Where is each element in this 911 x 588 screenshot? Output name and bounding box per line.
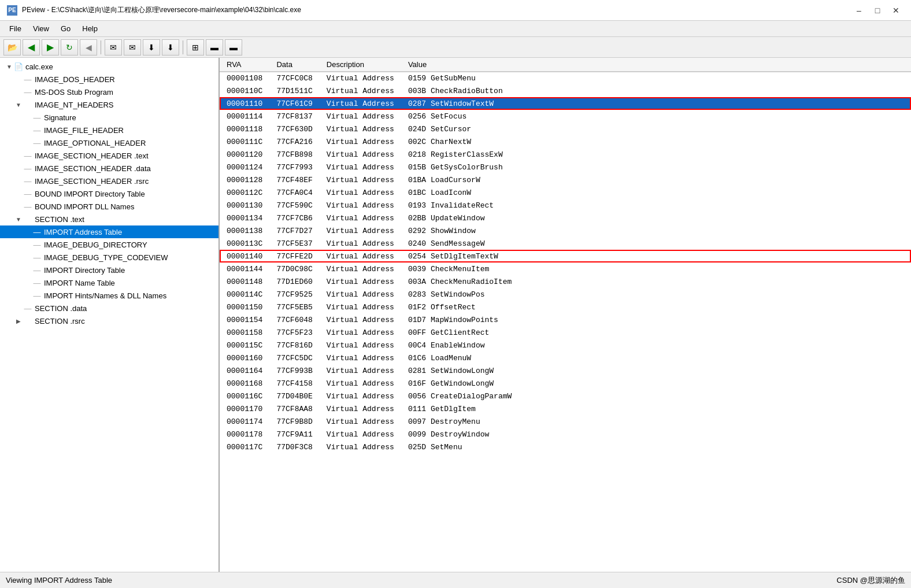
table-row[interactable]: 0000117C77D0F3C8Virtual Address025D SetM… bbox=[220, 441, 911, 453]
tree-item-nt-headers[interactable]: ▼ IMAGE_NT_HEADERS bbox=[0, 98, 219, 111]
cell-data: 77CF9B8D bbox=[269, 415, 319, 428]
menu-help[interactable]: Help bbox=[77, 23, 102, 34]
tree-item-section-rsrc-node[interactable]: ▶ SECTION .rsrc bbox=[0, 315, 219, 327]
cell-rva: 0000115C bbox=[220, 339, 269, 352]
tree-item-section-header-text[interactable]: — IMAGE_SECTION_HEADER .text bbox=[0, 149, 219, 162]
table-row[interactable]: 0000110877CFC0C8Virtual Address0159 GetS… bbox=[220, 72, 911, 84]
titlebar: PE PEview - E:\CS\hack\逆向\逆向工程核心原理\rever… bbox=[0, 0, 911, 21]
cell-description: Virtual Address bbox=[320, 402, 401, 415]
rect-button-2[interactable]: ▬ bbox=[225, 39, 242, 56]
cell-data: 77D1ED60 bbox=[269, 275, 319, 288]
cell-rva: 00001170 bbox=[220, 402, 269, 415]
menu-go[interactable]: Go bbox=[56, 23, 75, 34]
tree-item-import-name[interactable]: — IMPORT Name Table bbox=[0, 276, 219, 289]
cell-value: 0159 GetSubMenu bbox=[401, 72, 519, 84]
menu-file[interactable]: File bbox=[5, 23, 26, 34]
cell-value: 0240 SendMessageW bbox=[401, 237, 519, 250]
table-row[interactable]: 0000112877CF48EFVirtual Address01BA Load… bbox=[220, 173, 911, 186]
back-button[interactable]: ◀ bbox=[23, 39, 40, 56]
forward-button[interactable]: ▶ bbox=[42, 39, 59, 56]
table-row[interactable]: 0000116877CF4158Virtual Address016F GetW… bbox=[220, 377, 911, 390]
minimize-button[interactable]: – bbox=[851, 5, 867, 16]
table-row[interactable]: 0000114077CFFE2DVirtual Address0254 SetD… bbox=[220, 250, 911, 262]
refresh-button[interactable]: ↻ bbox=[61, 39, 78, 56]
table-row[interactable]: 0000114877D1ED60Virtual Address003A Chec… bbox=[220, 275, 911, 288]
table-row[interactable]: 0000113877CF7D27Virtual Address0292 Show… bbox=[220, 224, 911, 237]
table-row[interactable]: 0000112077CFB898Virtual Address0218 Regi… bbox=[220, 148, 911, 161]
table-row[interactable]: 0000114C77CF9525Virtual Address0283 SetW… bbox=[220, 288, 911, 301]
table-row[interactable]: 0000116C77D04B0EVirtual Address0056 Crea… bbox=[220, 390, 911, 402]
menu-view[interactable]: View bbox=[28, 23, 54, 34]
tree-label-section-text: IMAGE_SECTION_HEADER .text bbox=[35, 151, 149, 160]
tree-item-import-hints[interactable]: — IMPORT Hints/Names & DLL Names bbox=[0, 289, 219, 302]
open-button[interactable]: 📂 bbox=[3, 39, 21, 56]
table-row[interactable]: 0000111477CF8137Virtual Address0256 SetF… bbox=[220, 110, 911, 123]
close-button[interactable]: ✕ bbox=[888, 5, 904, 16]
cell-description: Virtual Address bbox=[320, 441, 401, 453]
tree-item-import-address-table[interactable]: — IMPORT Address Table bbox=[0, 225, 219, 238]
table-row[interactable]: 0000111877CF630DVirtual Address024D SetC… bbox=[220, 123, 911, 135]
expander-section-rsrc[interactable]: ▶ bbox=[14, 316, 23, 326]
cell-description: Virtual Address bbox=[320, 275, 401, 288]
download-button-2[interactable]: ⬇ bbox=[162, 39, 179, 56]
table-row[interactable]: 0000117077CF8AA8Virtual Address0111 GetD… bbox=[220, 402, 911, 415]
tree-item-ms-dos-stub[interactable]: — MS-DOS Stub Program bbox=[0, 86, 219, 98]
tree-panel[interactable]: ▼ 📄 calc.exe — IMAGE_DOS_HEADER — MS-DOS… bbox=[0, 58, 220, 572]
tree-item-file-header[interactable]: — IMAGE_FILE_HEADER bbox=[0, 124, 219, 136]
table-row[interactable]: 0000115C77CF816DVirtual Address00C4 Enab… bbox=[220, 339, 911, 352]
table-row[interactable]: 0000116477CF993BVirtual Address0281 SetW… bbox=[220, 364, 911, 377]
tree-item-section-header-rsrc[interactable]: — IMAGE_SECTION_HEADER .rsrc bbox=[0, 175, 219, 187]
table-row[interactable]: 0000116077CFC5DCVirtual Address01C6 Load… bbox=[220, 352, 911, 364]
table-row[interactable]: 0000114477D0C98CVirtual Address0039 Chec… bbox=[220, 262, 911, 275]
cell-value: 0256 SetFocus bbox=[401, 110, 519, 123]
expander-section-text[interactable]: ▼ bbox=[14, 215, 23, 224]
table-header-row: RVA Data Description Value bbox=[220, 58, 911, 72]
tree-item-section-header-data[interactable]: — IMAGE_SECTION_HEADER .data bbox=[0, 162, 219, 175]
table-row[interactable]: 0000110C77D1511CVirtual Address003B Chec… bbox=[220, 84, 911, 97]
table-row[interactable]: 0000117477CF9B8DVirtual Address0097 Dest… bbox=[220, 415, 911, 428]
tree-item-import-dir[interactable]: — IMPORT Directory Table bbox=[0, 264, 219, 276]
cell-rva: 00001140 bbox=[220, 250, 269, 262]
expander-calc-exe[interactable]: ▼ bbox=[5, 62, 14, 71]
tree-item-signature[interactable]: — Signature bbox=[0, 111, 219, 124]
maximize-button[interactable]: □ bbox=[869, 5, 886, 16]
tree-label-debug-codeview: IMAGE_DEBUG_TYPE_CODEVIEW bbox=[44, 253, 168, 262]
app-icon: PE bbox=[7, 5, 17, 16]
tree-item-section-text[interactable]: ▼ SECTION .text bbox=[0, 213, 219, 225]
table-row[interactable]: 0000113477CF7CB6Virtual Address02BB Upda… bbox=[220, 212, 911, 224]
table-row[interactable]: 0000112477CF7993Virtual Address015B GetS… bbox=[220, 161, 911, 173]
tree-item-bound-import[interactable]: — BOUND IMPORT Directory Table bbox=[0, 187, 219, 200]
tree-item-section-data-node[interactable]: — SECTION .data bbox=[0, 302, 219, 315]
cell-rva: 0000114C bbox=[220, 288, 269, 301]
table-row[interactable]: 0000117877CF9A11Virtual Address0099 Dest… bbox=[220, 428, 911, 441]
table-row[interactable]: 0000113077CF590CVirtual Address0193 Inva… bbox=[220, 199, 911, 212]
cell-data: 77CF9525 bbox=[269, 288, 319, 301]
tree-label-bound-import: BOUND IMPORT Directory Table bbox=[35, 190, 145, 198]
grid-button[interactable]: ⊞ bbox=[187, 39, 204, 56]
cell-description: Virtual Address bbox=[320, 237, 401, 250]
table-row[interactable]: 0000115477CF6048Virtual Address01D7 MapW… bbox=[220, 313, 911, 326]
tree-item-dos-header[interactable]: — IMAGE_DOS_HEADER bbox=[0, 73, 219, 86]
rect-button-1[interactable]: ▬ bbox=[206, 39, 223, 56]
dash-icon-14: — bbox=[32, 265, 42, 275]
table-row[interactable]: 0000115877CF5F23Virtual Address00FF GetC… bbox=[220, 326, 911, 339]
prev-button[interactable]: ◀ bbox=[80, 39, 97, 56]
tree-item-optional-header[interactable]: — IMAGE_OPTIONAL_HEADER bbox=[0, 136, 219, 149]
tree-item-bound-dll[interactable]: — BOUND IMPORT DLL Names bbox=[0, 200, 219, 213]
cell-value: 003A CheckMenuRadioItem bbox=[401, 275, 519, 288]
tree-item-debug-dir[interactable]: — IMAGE_DEBUG_DIRECTORY bbox=[0, 238, 219, 251]
table-row[interactable]: 0000113C77CF5E37Virtual Address0240 Send… bbox=[220, 237, 911, 250]
toolbar-separator-2 bbox=[183, 40, 183, 54]
table-row[interactable]: 0000111C77CFA216Virtual Address002C Char… bbox=[220, 135, 911, 148]
tree-item-debug-codeview[interactable]: — IMAGE_DEBUG_TYPE_CODEVIEW bbox=[0, 251, 219, 264]
cell-rva: 0000110C bbox=[220, 84, 269, 97]
download-button-1[interactable]: ⬇ bbox=[143, 39, 160, 56]
data-panel[interactable]: RVA Data Description Value 0000110877CFC… bbox=[220, 58, 911, 572]
table-row[interactable]: 0000111077CF61C9Virtual Address0287 SetW… bbox=[220, 97, 911, 110]
tree-item-calc-exe[interactable]: ▼ 📄 calc.exe bbox=[0, 60, 219, 73]
mail-button-1[interactable]: ✉ bbox=[105, 39, 122, 56]
expander-nt-headers[interactable]: ▼ bbox=[14, 100, 23, 109]
mail-button-2[interactable]: ✉ bbox=[124, 39, 141, 56]
table-row[interactable]: 0000115077CF5EB5Virtual Address01F2 Offs… bbox=[220, 301, 911, 313]
table-row[interactable]: 0000112C77CFA0C4Virtual Address01BC Load… bbox=[220, 186, 911, 199]
